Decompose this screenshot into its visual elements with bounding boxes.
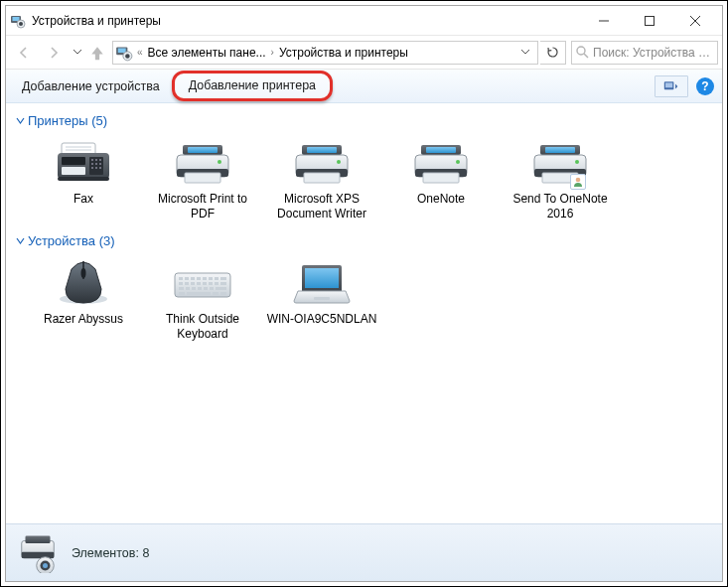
- search-placeholder: Поиск: Устройства и...: [593, 46, 713, 60]
- printer-icon: [290, 138, 354, 188]
- up-button[interactable]: [87, 39, 107, 67]
- breadcrumb-prefix: «: [134, 47, 146, 58]
- back-button[interactable]: [10, 39, 38, 67]
- chevron-right-icon: ›: [268, 47, 277, 58]
- device-item[interactable]: Fax: [24, 132, 143, 227]
- keyboard-icon: [171, 258, 234, 308]
- address-bar[interactable]: « Все элементы пане... › Устройства и пр…: [112, 41, 538, 65]
- help-button[interactable]: ?: [696, 77, 714, 95]
- app-icon: [10, 13, 26, 29]
- device-item[interactable]: Microsoft XPS Document Writer: [262, 132, 381, 227]
- nav-bar: « Все элементы пане... › Устройства и пр…: [6, 36, 722, 70]
- svg-rect-67: [646, 16, 655, 25]
- device-label: Microsoft XPS Document Writer: [266, 192, 377, 221]
- device-label: Razer Abyssus: [44, 312, 123, 327]
- title-bar: Устройства и принтеры: [6, 6, 722, 36]
- window-title: Устройства и принтеры: [32, 14, 581, 28]
- svg-rect-77: [665, 82, 672, 87]
- status-icon: [18, 533, 58, 573]
- svg-line-75: [584, 54, 588, 58]
- fax-icon: [52, 138, 115, 188]
- svg-point-74: [577, 47, 585, 55]
- caret-down-icon: [14, 236, 26, 245]
- device-label: WIN-OIA9C5NDLAN: [267, 312, 377, 327]
- breadcrumb-item[interactable]: Устройства и принтеры: [277, 46, 410, 60]
- maximize-button[interactable]: [627, 7, 672, 35]
- svg-point-78: [576, 178, 581, 183]
- device-label: Think Outside Keyboard: [147, 312, 258, 342]
- forward-button[interactable]: [40, 39, 68, 67]
- device-item[interactable]: WIN-OIA9C5NDLAN: [262, 252, 381, 348]
- group-header-printers[interactable]: Принтеры (5): [14, 107, 714, 132]
- add-device-button[interactable]: Добавление устройства: [14, 75, 168, 97]
- group-header-devices[interactable]: Устройства (3): [14, 227, 714, 252]
- device-item[interactable]: OneNote: [381, 132, 501, 227]
- add-printer-button[interactable]: Добавление принтера: [172, 71, 333, 101]
- device-item[interactable]: Send To OneNote 2016: [501, 132, 620, 227]
- printer-icon: [409, 138, 473, 188]
- device-label: Microsoft Print to PDF: [147, 192, 258, 221]
- status-bar: Элементов: 8: [6, 523, 722, 581]
- user-badge-icon: [570, 174, 586, 190]
- address-dropdown[interactable]: [515, 42, 535, 64]
- device-item[interactable]: Microsoft Print to PDF: [143, 132, 262, 227]
- content-area: Принтеры (5) FaxMicrosoft Print to PDFMi…: [6, 103, 722, 523]
- minimize-button[interactable]: [581, 7, 627, 35]
- address-icon: [115, 44, 133, 62]
- device-item[interactable]: Razer Abyssus: [24, 252, 143, 348]
- svg-point-65: [19, 22, 23, 26]
- refresh-button[interactable]: [540, 41, 566, 65]
- close-button[interactable]: [672, 7, 718, 35]
- printer-icon: [171, 138, 234, 188]
- search-input[interactable]: Поиск: Устройства и...: [571, 41, 718, 65]
- breadcrumb-item[interactable]: Все элементы пане...: [146, 46, 268, 60]
- device-label: Fax: [73, 192, 93, 207]
- history-dropdown[interactable]: [70, 39, 85, 67]
- printer-icon: [528, 138, 592, 188]
- svg-point-73: [125, 54, 130, 59]
- search-icon: [576, 46, 589, 59]
- mouse-icon: [52, 258, 115, 308]
- status-text: Элементов: 8: [72, 546, 149, 560]
- device-label: Send To OneNote 2016: [505, 192, 616, 221]
- svg-rect-63: [13, 17, 20, 21]
- device-label: OneNote: [417, 192, 465, 207]
- device-item[interactable]: Think Outside Keyboard: [143, 252, 262, 348]
- caret-down-icon: [14, 116, 26, 125]
- view-options-button[interactable]: [655, 75, 688, 97]
- toolbar: Добавление устройства Добавление принтер…: [6, 70, 722, 103]
- svg-rect-71: [118, 48, 126, 53]
- laptop-icon: [290, 258, 354, 308]
